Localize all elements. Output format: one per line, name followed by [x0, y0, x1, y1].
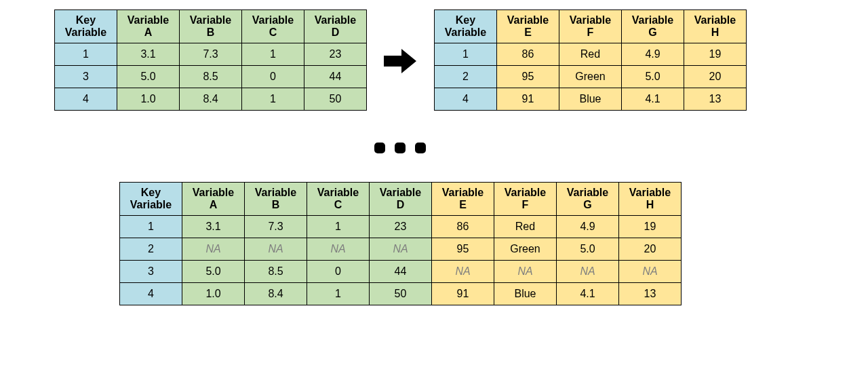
- col-header-key: Key Variable: [435, 10, 497, 43]
- table-row: 4 1.0 8.4 1 50: [55, 88, 367, 111]
- data-cell: Red: [559, 43, 622, 66]
- data-cell: Green: [559, 66, 622, 88]
- data-cell: 5.0: [557, 238, 619, 261]
- data-cell: 5.0: [182, 261, 245, 283]
- data-cell: 44: [370, 261, 432, 283]
- col-header-h: Variable H: [684, 10, 747, 43]
- key-cell: 2: [120, 238, 182, 261]
- table-row: 1 3.1 7.3 1 23: [55, 43, 367, 66]
- key-cell: 3: [55, 66, 117, 88]
- data-cell: 0: [307, 261, 370, 283]
- data-cell: 50: [304, 88, 367, 111]
- col-header-b: Variable B: [245, 183, 307, 216]
- key-cell: 1: [435, 43, 497, 66]
- data-cell: 20: [684, 66, 747, 88]
- data-cell: 0: [242, 66, 304, 88]
- col-header-d: Variable D: [304, 10, 367, 43]
- col-header-a: Variable A: [182, 183, 245, 216]
- merged-table: Key Variable Variable A Variable B Varia…: [119, 182, 682, 305]
- col-header-c: Variable C: [242, 10, 304, 43]
- data-cell: 8.5: [245, 261, 307, 283]
- data-cell: 91: [497, 88, 559, 111]
- col-header-g: Variable G: [622, 10, 684, 43]
- na-cell: NA: [182, 238, 245, 261]
- col-header-e: Variable E: [497, 10, 559, 43]
- data-cell: 23: [304, 43, 367, 66]
- diagram-canvas: Key Variable Variable A Variable B Varia…: [0, 0, 868, 376]
- data-cell: Red: [494, 216, 557, 238]
- data-cell: 5.0: [622, 66, 684, 88]
- table-row: 3 5.0 8.5 0 44: [55, 66, 367, 88]
- data-cell: 3.1: [117, 43, 180, 66]
- col-header-e: Variable E: [432, 183, 494, 216]
- key-cell: 3: [120, 261, 182, 283]
- data-cell: 95: [497, 66, 559, 88]
- col-header-f: Variable F: [494, 183, 557, 216]
- table-row: 4 1.0 8.4 1 50 91 Blue 4.1 13: [120, 283, 682, 305]
- svg-marker-0: [384, 49, 416, 73]
- data-cell: Green: [494, 238, 557, 261]
- ellipsis-icon: [374, 143, 426, 153]
- data-cell: 44: [304, 66, 367, 88]
- key-cell: 4: [120, 283, 182, 305]
- na-cell: NA: [494, 261, 557, 283]
- table-row: 3 5.0 8.5 0 44 NA NA NA NA: [120, 261, 682, 283]
- table-row: 4 91 Blue 4.1 13: [435, 88, 747, 111]
- data-cell: 1: [307, 283, 370, 305]
- table-row: 1 86 Red 4.9 19: [435, 43, 747, 66]
- data-cell: 8.4: [245, 283, 307, 305]
- table-row: 2 95 Green 5.0 20: [435, 66, 747, 88]
- na-cell: NA: [370, 238, 432, 261]
- col-header-h: Variable H: [619, 183, 682, 216]
- data-cell: Blue: [494, 283, 557, 305]
- data-cell: 7.3: [180, 43, 242, 66]
- data-cell: 23: [370, 216, 432, 238]
- col-header-b: Variable B: [180, 10, 242, 43]
- data-cell: 86: [432, 216, 494, 238]
- na-cell: NA: [432, 261, 494, 283]
- key-cell: 1: [55, 43, 117, 66]
- col-header-f: Variable F: [559, 10, 622, 43]
- data-cell: 8.5: [180, 66, 242, 88]
- key-cell: 1: [120, 216, 182, 238]
- table-header-row: Key Variable Variable A Variable B Varia…: [55, 10, 367, 43]
- col-header-key: Key Variable: [55, 10, 117, 43]
- data-cell: 91: [432, 283, 494, 305]
- key-cell: 2: [435, 66, 497, 88]
- table-row: 2 NA NA NA NA 95 Green 5.0 20: [120, 238, 682, 261]
- col-header-g: Variable G: [557, 183, 619, 216]
- data-cell: 1: [307, 216, 370, 238]
- data-cell: 19: [684, 43, 747, 66]
- data-cell: 20: [619, 238, 682, 261]
- col-header-key: Key Variable: [120, 183, 182, 216]
- left-table: Key Variable Variable A Variable B Varia…: [54, 10, 367, 111]
- table-header-row: Key Variable Variable A Variable B Varia…: [120, 183, 682, 216]
- data-cell: 95: [432, 238, 494, 261]
- data-cell: 5.0: [117, 66, 180, 88]
- col-header-c: Variable C: [307, 183, 370, 216]
- data-cell: 4.9: [622, 43, 684, 66]
- data-cell: 19: [619, 216, 682, 238]
- table-header-row: Key Variable Variable E Variable F Varia…: [435, 10, 747, 43]
- data-cell: 8.4: [180, 88, 242, 111]
- data-cell: 13: [684, 88, 747, 111]
- table-row: 1 3.1 7.3 1 23 86 Red 4.9 19: [120, 216, 682, 238]
- data-cell: 1.0: [117, 88, 180, 111]
- data-cell: 4.9: [557, 216, 619, 238]
- data-cell: 86: [497, 43, 559, 66]
- arrow-right-icon: [380, 48, 420, 75]
- na-cell: NA: [307, 238, 370, 261]
- data-cell: 13: [619, 283, 682, 305]
- data-cell: 1.0: [182, 283, 245, 305]
- data-cell: 50: [370, 283, 432, 305]
- right-table: Key Variable Variable E Variable F Varia…: [434, 10, 747, 111]
- data-cell: 7.3: [245, 216, 307, 238]
- key-cell: 4: [435, 88, 497, 111]
- col-header-d: Variable D: [370, 183, 432, 216]
- key-cell: 4: [55, 88, 117, 111]
- data-cell: 4.1: [622, 88, 684, 111]
- data-cell: Blue: [559, 88, 622, 111]
- col-header-a: Variable A: [117, 10, 180, 43]
- data-cell: 1: [242, 88, 304, 111]
- na-cell: NA: [619, 261, 682, 283]
